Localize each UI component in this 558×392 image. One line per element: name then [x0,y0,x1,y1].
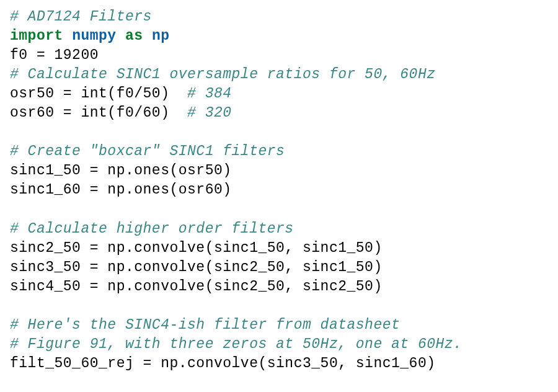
code-line-import: import numpy as np [10,27,548,46]
blank-line [10,200,548,219]
code-block: # AD7124 Filters import numpy as np f0 =… [10,7,548,373]
code-text: osr60 = int(f0/60) [10,105,187,121]
code-line-comment: # Here's the SINC4-ish filter from datas… [10,316,548,335]
code-line: sinc3_50 = np.convolve(sinc2_50, sinc1_5… [10,258,548,277]
blank-line [10,123,548,142]
code-text: osr50 = int(f0/50) [10,86,187,102]
inline-comment: # 384 [187,86,232,102]
code-line: osr60 = int(f0/60) # 320 [10,104,548,123]
blank-line [10,296,548,316]
code-line-comment: # Create "boxcar" SINC1 filters [10,142,548,161]
code-line: sinc1_60 = np.ones(osr60) [10,180,548,200]
code-line-comment: # Figure 91, with three zeros at 50Hz, o… [10,335,548,354]
code-line: sinc4_50 = np.convolve(sinc2_50, sinc2_5… [10,277,548,296]
code-line-comment: # Calculate SINC1 oversample ratios for … [10,65,548,84]
code-line-comment: # AD7124 Filters [10,7,548,27]
code-line: filt_50_60_rej = np.convolve(sinc3_50, s… [10,354,548,373]
code-line: sinc1_50 = np.ones(osr50) [10,161,548,180]
code-line: sinc2_50 = np.convolve(sinc1_50, sinc1_5… [10,239,548,258]
module-numpy: numpy [72,28,117,44]
inline-comment: # 320 [187,105,232,121]
code-line: f0 = 19200 [10,46,548,65]
code-line-comment: # Calculate higher order filters [10,220,548,239]
alias-np: np [152,28,170,44]
keyword-as: as [125,28,143,44]
keyword-import: import [10,28,63,44]
code-line: osr50 = int(f0/50) # 384 [10,84,548,104]
